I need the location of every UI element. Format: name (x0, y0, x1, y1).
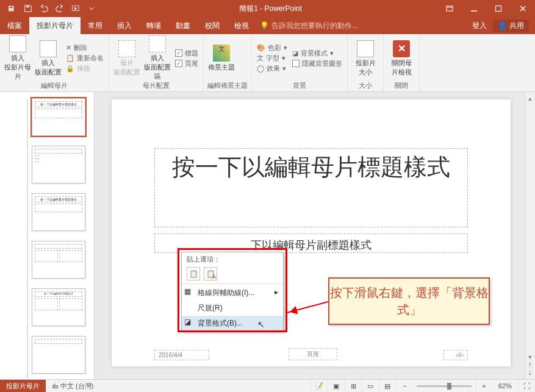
colors-icon: 🎨 (257, 44, 265, 52)
status-mode[interactable]: 投影片母片 (0, 380, 46, 392)
work-area: 按一下以編輯母片標題樣式 • ──• ──• ── 按一下以編輯母片標題樣式 按… (0, 92, 535, 379)
redo-icon[interactable] (52, 1, 67, 16)
zoom-out-button[interactable]: − (396, 380, 413, 393)
preserve-button[interactable]: 🔒保留 (65, 64, 105, 73)
group-layout-label: 母片配置 (113, 81, 199, 90)
thumb-layout-2[interactable]: • ──• ──• ── (32, 146, 85, 184)
delete-icon: ✕ (66, 44, 71, 52)
start-icon[interactable] (68, 1, 83, 16)
zoom-level[interactable]: 62% (492, 382, 518, 390)
pagenum-placeholder[interactable]: ‹#› (443, 350, 468, 360)
prev-slide-icon[interactable]: ⤒ (526, 361, 534, 369)
rename-button[interactable]: 📋重新命名 (65, 54, 105, 63)
insert-slide-master-button[interactable]: 插入 投影片母片 (4, 35, 32, 81)
bg-styles-button[interactable]: ◪背景樣式▾ (291, 49, 343, 58)
window-title: 簡報1 - PowerPoint (104, 4, 437, 14)
paste-options-label: 貼上選項： (182, 252, 283, 265)
cursor-icon: ↖ (257, 319, 265, 329)
title-placeholder[interactable]: 按一下以編輯母片標題樣式 (154, 148, 468, 227)
paste-options-row: 📋 📋A (182, 265, 283, 282)
group-bg-label: 背景 (256, 81, 343, 90)
scroll-up-icon[interactable]: ▲ (526, 94, 534, 102)
qat-more-icon[interactable] (84, 1, 99, 16)
thumb-layout-6[interactable] (32, 336, 85, 374)
app-icon[interactable] (5, 1, 20, 16)
tab-slide-master[interactable]: 投影片母片 (29, 17, 81, 34)
tell-me-input[interactable]: 💡 告訴我您想要執行的動作... (256, 21, 362, 31)
fonts-button[interactable]: 文字型▾ (256, 54, 289, 63)
thumb-layout-4[interactable] (32, 241, 85, 279)
thumb-master-1[interactable]: 按一下以編輯母片標題樣式 (32, 98, 85, 136)
zoom-slider[interactable] (417, 385, 472, 387)
menu-bar: 檔案 投影片母片 常用 插入 轉場 動畫 校閱 檢視 💡 告訴我您想要執行的動作… (0, 17, 535, 34)
group-size-label: 大小 (351, 81, 379, 90)
edit-area[interactable]: 按一下以編輯母片標題樣式 下以編輯母片副標題樣式 2016/4/4 頁尾 ‹#›… (95, 92, 535, 379)
close-master-button[interactable]: ✕關閉母 片檢視 (387, 40, 415, 77)
menu-grid-guides[interactable]: ▦ 格線與輔助線(I)... ▸ (182, 285, 283, 301)
view-reading-icon[interactable]: ▭ (362, 380, 379, 393)
ribbon: 插入 投影片母片 插入 版面配置 ✕刪除 📋重新命名 🔒保留 編輯母片 母片 版… (0, 34, 535, 92)
callout-box: 按下滑鼠右鍵，選擇「背景格式」 (328, 277, 490, 325)
arrow-annotation (287, 301, 328, 313)
menu-bg-format[interactable]: ◪ 背景格式(B)... ↖ (182, 316, 283, 331)
subtitle-placeholder[interactable]: 下以編輯母片副標題樣式 (154, 233, 468, 253)
close-x-icon: ✕ (393, 40, 410, 57)
context-menu: 貼上選項： 📋 📋A ▦ 格線與輔助線(I)... ▸ 尺規(R) ◪ 背景格式… (181, 252, 284, 332)
title-checkbox[interactable]: ✓標題 (174, 49, 199, 58)
tab-review[interactable]: 校閱 (198, 17, 227, 34)
date-placeholder[interactable]: 2016/4/4 (154, 350, 209, 360)
paste-option-1[interactable]: 📋 (187, 267, 200, 280)
status-lang[interactable]: 🖮 中文 (台灣) (46, 382, 99, 391)
maximize-icon[interactable] (486, 0, 511, 17)
menu-ruler[interactable]: 尺規(R) (182, 301, 283, 316)
thumb-layout-3[interactable]: 按一下以編輯母片標題樣式 (32, 193, 85, 231)
effects-icon: ◯ (257, 65, 264, 73)
ribbon-options-icon[interactable] (437, 0, 462, 17)
login-button[interactable]: 登入 (472, 21, 487, 31)
hide-bg-checkbox[interactable]: 隱藏背景圖形 (291, 59, 343, 68)
zoom-in-button[interactable]: + (475, 380, 492, 393)
tab-home[interactable]: 常用 (81, 17, 110, 34)
title-bar: 簡報1 - PowerPoint (0, 0, 535, 17)
tab-insert[interactable]: 插入 (110, 17, 139, 34)
group-theme-label: 編輯佈景主題 (207, 81, 248, 90)
fit-window-icon[interactable]: ⛶ (518, 380, 535, 393)
slide-size-button[interactable]: 投影片 大小 (351, 40, 379, 77)
grid-icon: ▦ (184, 287, 194, 297)
status-bar: 投影片母片 🖮 中文 (台灣) 📝 ▣ ⊞ ▭ ▤ − + 62% ⛶ (0, 379, 535, 392)
svg-rect-0 (9, 6, 14, 12)
footer-checkbox[interactable]: ✓頁尾 (174, 59, 199, 68)
minimize-icon[interactable] (462, 0, 486, 17)
notes-button[interactable]: 📝 (311, 380, 328, 393)
thumbnail-pane[interactable]: 按一下以編輯母片標題樣式 • ──• ──• ── 按一下以編輯母片標題樣式 按… (0, 92, 95, 379)
rename-icon: 📋 (66, 54, 74, 62)
thumb-tree-line (27, 99, 28, 379)
scroll-down-icon[interactable]: ▼ (526, 353, 534, 361)
delete-button[interactable]: ✕刪除 (65, 43, 105, 52)
paste-option-2[interactable]: 📋A (204, 267, 217, 280)
close-icon[interactable] (511, 0, 535, 17)
tab-animations[interactable]: 動畫 (168, 17, 198, 34)
next-slide-icon[interactable]: ⤓ (526, 369, 534, 377)
tab-view[interactable]: 檢視 (227, 17, 256, 34)
themes-button[interactable]: 文佈景主題 (207, 45, 235, 72)
thumb-layout-5[interactable]: 按一下以編輯母片標題樣式 (32, 288, 85, 326)
save-icon[interactable] (21, 1, 35, 16)
slide-canvas[interactable]: 按一下以編輯母片標題樣式 下以編輯母片副標題樣式 2016/4/4 頁尾 ‹#›… (112, 99, 511, 366)
share-button[interactable]: 👤 共用 (493, 20, 529, 32)
colors-button[interactable]: 🎨色彩▾ (256, 43, 289, 52)
view-normal-icon[interactable]: ▣ (328, 380, 345, 393)
view-slideshow-icon[interactable]: ▤ (379, 380, 396, 393)
insert-layout-button[interactable]: 插入 版面配置 (34, 40, 62, 77)
bg-format-icon: ◪ (184, 318, 194, 327)
view-sorter-icon[interactable]: ⊞ (345, 380, 362, 393)
tab-file[interactable]: 檔案 (0, 17, 29, 34)
footer-placeholder[interactable]: 頁尾 (289, 348, 337, 360)
svg-rect-4 (447, 6, 453, 11)
undo-icon[interactable] (37, 1, 51, 16)
master-layout-button: 母片 版面配置 (113, 40, 141, 77)
tab-transitions[interactable]: 轉場 (139, 17, 168, 34)
insert-placeholder-button[interactable]: 插入 版面配置區 (143, 35, 171, 81)
vertical-scrollbar[interactable]: ▲ ▼ ⤒ ⤓ (525, 92, 535, 379)
effects-button[interactable]: ◯效果▾ (256, 64, 289, 73)
